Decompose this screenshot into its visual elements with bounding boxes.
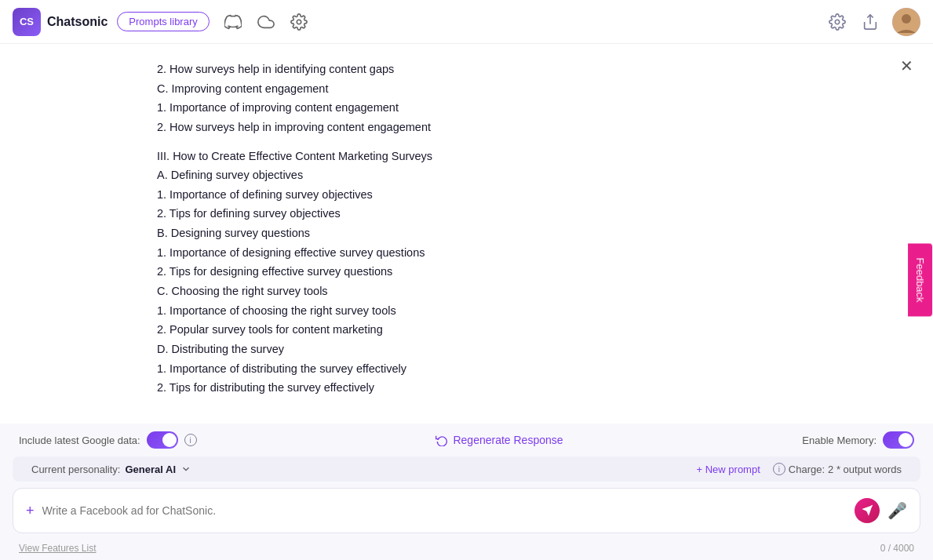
- feedback-tab[interactable]: Feedback: [908, 243, 932, 316]
- google-bar: Include latest Google data: i Regenerate…: [0, 424, 933, 456]
- line-16: 1. Importance of distributing the survey…: [157, 359, 776, 379]
- google-info-icon[interactable]: i: [184, 434, 197, 446]
- line-17: 2. Tips for distributing the survey effe…: [157, 378, 776, 398]
- personality-bar: Current personality: General AI + New pr…: [13, 456, 920, 482]
- google-label: Include latest Google data:: [19, 435, 140, 446]
- line-13: 1. Importance of choosing the right surv…: [157, 301, 776, 321]
- line-3: 1. Importance of improving content engag…: [157, 98, 776, 118]
- add-icon[interactable]: +: [26, 503, 35, 519]
- memory-label: Enable Memory:: [802, 435, 877, 446]
- line-5: III. How to Create Effective Content Mar…: [157, 147, 776, 166]
- memory-area: Enable Memory:: [802, 431, 914, 449]
- line-12: C. Choosing the right survey tools: [157, 282, 776, 301]
- regenerate-button[interactable]: Regenerate Response: [436, 434, 563, 446]
- line-10: 1. Importance of designing effective sur…: [157, 243, 776, 263]
- new-prompt-button[interactable]: + New prompt: [697, 464, 760, 475]
- header-right: [826, 8, 920, 36]
- main-area: ✕ 2. How surveys help in identifying con…: [0, 44, 933, 560]
- bottom-bar: Include latest Google data: i Regenerate…: [0, 424, 933, 560]
- close-button[interactable]: ✕: [895, 55, 917, 77]
- line-15: D. Distributing the survey: [157, 340, 776, 359]
- logo-area: CS Chatsonic: [13, 8, 108, 36]
- content-text: 2. How surveys help in identifying conte…: [157, 60, 776, 398]
- send-icon: [861, 504, 873, 517]
- svg-point-1: [835, 20, 840, 24]
- line-2: C. Improving content engagement: [157, 79, 776, 99]
- footer-bar: View Features List 0 / 4000: [0, 540, 933, 560]
- logo-icon: CS: [13, 8, 41, 36]
- avatar[interactable]: [892, 8, 920, 36]
- message-input[interactable]: [42, 504, 847, 517]
- header: CS Chatsonic Prompts library: [0, 0, 933, 44]
- svg-point-4: [902, 14, 911, 24]
- line-8: 2. Tips for defining survey objectives: [157, 204, 776, 224]
- line-7: 1. Importance of defining survey objecti…: [157, 185, 776, 205]
- svg-point-0: [297, 20, 301, 24]
- charge-area: i Charge: 2 * output words: [773, 463, 902, 475]
- charge-value: 2 * output words: [828, 464, 902, 475]
- microphone-icon[interactable]: 🎤: [887, 501, 907, 520]
- char-count: 0 / 4000: [880, 543, 914, 554]
- personality-right: + New prompt i Charge: 2 * output words: [697, 463, 902, 475]
- input-area: + 🎤: [13, 488, 920, 533]
- discord-icon[interactable]: [222, 11, 244, 33]
- logo-text: Chatsonic: [47, 15, 108, 29]
- line-9: B. Designing survey questions: [157, 224, 776, 243]
- line-11: 2. Tips for designing effective survey q…: [157, 262, 776, 282]
- cloud-icon[interactable]: [255, 11, 277, 33]
- chevron-down-icon: [180, 464, 191, 475]
- line-1: 2. How surveys help in identifying conte…: [157, 60, 776, 79]
- line-4: 2. How surveys help in improving content…: [157, 118, 776, 137]
- line-14: 2. Popular survey tools for content mark…: [157, 320, 776, 340]
- google-toggle[interactable]: [147, 431, 178, 449]
- charge-info-icon[interactable]: i: [773, 463, 785, 475]
- send-button[interactable]: [855, 498, 880, 523]
- personality-left: Current personality: General AI: [31, 464, 191, 475]
- header-icons: [222, 11, 310, 33]
- memory-toggle[interactable]: [883, 431, 914, 449]
- view-features-link[interactable]: View Features List: [19, 543, 97, 554]
- prompts-library-button[interactable]: Prompts library: [117, 12, 209, 31]
- line-6: A. Defining survey objectives: [157, 165, 776, 185]
- personality-name: General AI: [125, 464, 176, 475]
- content-area[interactable]: ✕ 2. How surveys help in identifying con…: [0, 44, 933, 424]
- google-toggle-area: Include latest Google data: i: [19, 431, 197, 449]
- share-icon[interactable]: [859, 11, 881, 33]
- charge-label: Charge:: [789, 464, 825, 475]
- personality-label: Current personality:: [31, 464, 120, 475]
- settings-icon[interactable]: [288, 11, 310, 33]
- settings-right-icon[interactable]: [826, 11, 848, 33]
